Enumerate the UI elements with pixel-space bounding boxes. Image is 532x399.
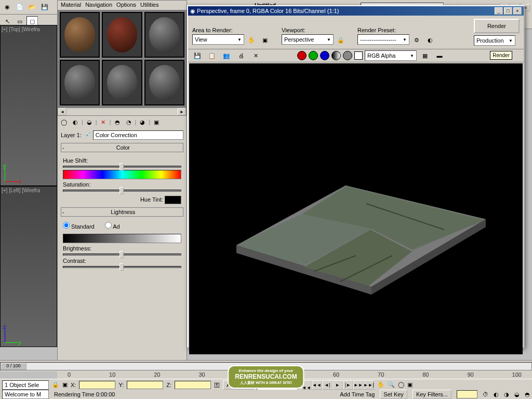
preset-dropdown[interactable]: -------------------▼ <box>357 34 409 45</box>
area-label: Area to Render: <box>192 27 271 33</box>
frame-input[interactable] <box>457 390 477 398</box>
material-menu[interactable]: Material <box>61 2 81 9</box>
material-slot-2[interactable] <box>102 12 142 58</box>
scroll-left-icon[interactable]: ◄ <box>58 108 66 115</box>
navigation-menu[interactable]: Navigation <box>85 2 112 9</box>
render-output[interactable] <box>189 63 523 354</box>
viewport-nav4-icon[interactable]: ◓ <box>525 391 530 398</box>
app-icon[interactable]: ◉ <box>2 2 13 13</box>
time-config-icon[interactable]: ⏱ <box>483 391 488 397</box>
green-channel-icon[interactable] <box>309 51 318 60</box>
add-time-tag[interactable]: Add Time Tag <box>340 391 375 397</box>
get-material-icon[interactable]: ◯ <box>59 117 69 127</box>
save-image-icon[interactable]: 💾 <box>192 50 203 61</box>
viewport-label: Viewport: <box>282 27 347 33</box>
hue-shift-slider[interactable] <box>63 166 181 168</box>
material-slot-6[interactable] <box>144 60 184 105</box>
red-channel-icon[interactable] <box>297 51 307 60</box>
toggle-ui-icon[interactable]: ▬ <box>434 50 445 61</box>
material-slot-3[interactable] <box>144 12 184 58</box>
layer-row: Layer 1: 💉 Color Correction <box>58 128 187 142</box>
prev-frame-icon[interactable]: ◄◄ <box>312 380 322 390</box>
options-icon[interactable]: ◓ <box>112 117 123 127</box>
utilities-menu[interactable]: Utilities <box>140 2 158 9</box>
copy-image-icon[interactable]: 📋 <box>206 50 218 61</box>
key-icon[interactable]: ⚿ <box>214 382 220 388</box>
color-params: Hue Shift: Saturation: Hue Tint: <box>58 153 187 206</box>
render-button[interactable]: Render <box>474 19 520 33</box>
keyfilters-button[interactable]: Key Filters... <box>413 390 451 399</box>
maximize-viewport-icon[interactable]: ▣ <box>407 381 413 388</box>
render-close-button[interactable]: × <box>513 7 522 15</box>
render-titlebar[interactable]: ◉ Perspective, frame 0, RGBA Color 16 Bi… <box>188 6 524 16</box>
lightness-section-header[interactable]: -Lightness <box>61 207 183 217</box>
viewport-left[interactable]: [+] [Left] [Wirefra y z <box>0 186 57 347</box>
production-dropdown[interactable]: Production▼ <box>474 35 515 46</box>
lock-icon[interactable]: 🔒 <box>335 34 347 46</box>
make-unique-icon[interactable]: ◔ <box>124 117 134 127</box>
blue-channel-icon[interactable] <box>320 51 329 60</box>
region-edit-icon[interactable]: ✋ <box>246 34 257 46</box>
assign-material-icon[interactable]: ◒ <box>84 117 95 127</box>
alpha-channel-icon[interactable] <box>343 51 352 60</box>
standard-radio[interactable]: Standard <box>63 222 95 230</box>
orbit-icon[interactable]: ◯ <box>398 381 404 388</box>
environment-icon[interactable]: ◐ <box>424 34 436 46</box>
options-menu[interactable]: Options <box>116 2 136 9</box>
brightness-slider[interactable] <box>63 254 181 256</box>
selection-status: 1 Object Sele <box>2 380 49 390</box>
viewport-top[interactable]: [+] [Top] [Wirefra x y <box>0 25 57 186</box>
render-minimize-button[interactable]: _ <box>495 7 503 15</box>
goto-end-icon[interactable]: ►►| <box>364 380 374 390</box>
eyedropper-icon[interactable]: 💉 <box>84 132 91 139</box>
scroll-right-icon[interactable]: ► <box>178 108 186 115</box>
lock-selection-icon[interactable]: 🔒 <box>52 381 59 388</box>
zoom-icon[interactable]: 🔍 <box>388 381 395 388</box>
area-dropdown[interactable]: View▼ <box>192 34 244 45</box>
pan-icon[interactable]: ✋ <box>377 381 384 388</box>
lightness-params: Standard Ad Brightness: Contrast: <box>58 218 187 272</box>
color-section-header[interactable]: -Color <box>61 143 183 152</box>
material-slot-1[interactable] <box>60 12 100 58</box>
y-coord-input[interactable] <box>127 381 163 389</box>
mono-channel-icon[interactable] <box>331 51 341 60</box>
open-icon[interactable]: 📂 <box>26 2 38 13</box>
isolate-icon[interactable]: ▣ <box>62 381 68 388</box>
render-maximize-button[interactable]: □ <box>504 7 512 15</box>
viewport-nav2-icon[interactable]: ◑ <box>504 391 509 398</box>
clear-icon[interactable]: ✕ <box>250 50 261 61</box>
material-slots <box>58 10 187 108</box>
region-crop-icon[interactable]: ▣ <box>259 34 271 46</box>
channel-dropdown[interactable]: RGB Alpha▼ <box>365 50 417 61</box>
select-by-material-icon[interactable]: ▣ <box>151 117 162 127</box>
viewport-nav1-icon[interactable]: ◐ <box>494 391 499 398</box>
show-map-icon[interactable]: ◕ <box>137 117 148 127</box>
viewport-nav3-icon[interactable]: ◒ <box>514 391 520 398</box>
timeline-thumb[interactable]: 0 / 100 <box>1 363 26 370</box>
z-coord-input[interactable] <box>175 381 211 389</box>
material-scrollbar[interactable]: ◄ ► <box>58 108 187 116</box>
material-slot-5[interactable] <box>102 60 142 105</box>
setkey-button[interactable]: Set Key <box>380 390 407 399</box>
saturation-slider[interactable] <box>63 190 181 192</box>
next-key-icon[interactable]: |► <box>343 380 353 390</box>
color-sample-swatch[interactable] <box>354 51 363 60</box>
hue-tint-swatch[interactable] <box>165 196 181 204</box>
delete-icon[interactable]: ✕ <box>98 117 109 127</box>
viewport-dropdown[interactable]: Perspective▼ <box>282 34 334 45</box>
advanced-radio[interactable]: Ad <box>105 222 120 230</box>
clone-icon[interactable]: 👥 <box>221 50 232 61</box>
print-icon[interactable]: 🖨 <box>235 50 247 61</box>
render-setup-icon[interactable]: ⚙ <box>411 34 422 46</box>
next-frame-icon[interactable]: ►► <box>353 380 364 390</box>
material-slot-4[interactable] <box>60 60 100 105</box>
prev-key-icon[interactable]: ◄| <box>322 380 332 390</box>
toggle-overlay-icon[interactable]: ▦ <box>419 50 431 61</box>
save-icon[interactable]: 💾 <box>39 2 50 13</box>
new-icon[interactable]: 📄 <box>14 2 25 13</box>
layer-type-field[interactable]: Color Correction <box>93 130 183 140</box>
x-coord-input[interactable] <box>79 381 115 389</box>
put-material-icon[interactable]: ◐ <box>70 117 81 127</box>
play-icon[interactable]: ► <box>332 380 343 390</box>
contrast-slider[interactable] <box>63 266 181 268</box>
